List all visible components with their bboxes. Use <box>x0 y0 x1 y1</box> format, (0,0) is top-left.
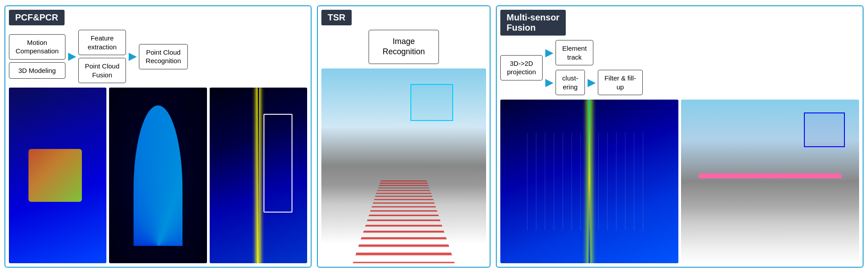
3d-2d-projection-box: 3D->2Dprojection <box>500 55 543 80</box>
pcf-col2: Featureextraction Point CloudFusion <box>78 30 126 83</box>
pcf-arrow1: ▶ <box>68 51 76 62</box>
fusion-flow-area: 3D->2Dprojection ▶ Elementtrack ▶ clust-… <box>500 40 859 95</box>
lidar-image-3 <box>210 88 307 263</box>
fusion-row-bottom: ▶ clust-ering ▶ Filter & fill-up <box>545 70 643 95</box>
fusion-arrow-bottom: ▶ <box>545 77 553 88</box>
tsr-flow-area: ImageRecognition <box>321 30 486 64</box>
fusion-title: Multi-sensorFusion <box>500 10 566 36</box>
fusion-road-image <box>681 100 859 263</box>
clustering-box: clust-ering <box>556 70 585 95</box>
point-cloud-recognition-box: Point CloudRecognition <box>139 44 187 69</box>
pcf-title: PCF&PCR <box>9 10 65 25</box>
pcf-arrow2: ▶ <box>129 51 136 62</box>
motion-compensation-box: MotionCompensation <box>9 34 65 60</box>
fusion-arrow-bottom2: ▶ <box>588 77 595 88</box>
fusion-lidar-image <box>500 100 678 263</box>
lidar-image-1 <box>9 88 106 263</box>
filter-fillup-box: Filter & fill-up <box>598 70 643 95</box>
pcf-col1: MotionCompensation 3D Modeling <box>9 34 65 79</box>
pcf-section: PCF&PCR MotionCompensation 3D Modeling ▶… <box>4 5 312 268</box>
3d-modeling-box: 3D Modeling <box>9 62 65 79</box>
lidar-image-2 <box>109 88 207 263</box>
image-recognition-box: ImageRecognition <box>369 30 438 64</box>
tsr-images-area <box>321 68 486 263</box>
pcf-flow-area: MotionCompensation 3D Modeling ▶ Feature… <box>9 30 307 83</box>
tsr-section: TSR ImageRecognition <box>317 5 491 268</box>
fusion-section: Multi-sensorFusion 3D->2Dprojection ▶ El… <box>496 5 864 268</box>
point-cloud-fusion-box: Point CloudFusion <box>78 58 126 83</box>
tsr-title: TSR <box>321 10 352 25</box>
pcf-images-area <box>9 88 307 263</box>
road-camera-image <box>321 68 486 263</box>
fusion-arrow-top: ▶ <box>545 47 553 59</box>
fusion-row-top: ▶ Elementtrack <box>545 40 643 65</box>
fusion-images-area <box>500 100 859 263</box>
feature-extraction-box: Featureextraction <box>78 30 126 55</box>
element-track-box: Elementtrack <box>556 40 593 65</box>
fusion-right-stacks: ▶ Elementtrack ▶ clust-ering ▶ Filter & … <box>545 40 643 95</box>
